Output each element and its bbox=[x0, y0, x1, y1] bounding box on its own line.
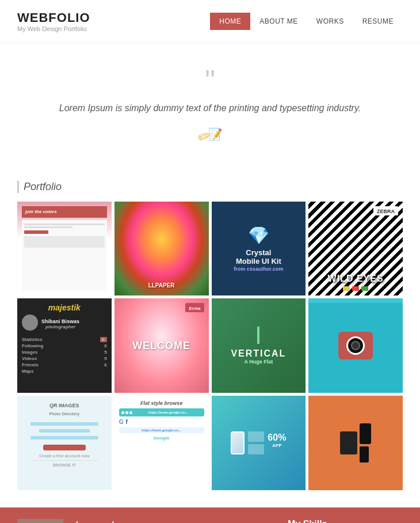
main-nav: HOME ABOUT ME WORKS RESUME bbox=[210, 13, 403, 30]
footer-info: Lorem Ipsum 📍 Kerala, India 🐦 🏀 bbox=[75, 519, 276, 523]
footer-name: Lorem Ipsum bbox=[75, 519, 276, 523]
profile-name: majestik bbox=[22, 303, 107, 312]
footer-avatar bbox=[17, 519, 63, 523]
logo-title: WEBFOLIO bbox=[17, 10, 90, 25]
device-phone-icon bbox=[360, 423, 371, 444]
crystal-icon: 💎 bbox=[248, 225, 269, 245]
nav-home[interactable]: HOME bbox=[210, 13, 250, 30]
portfolio-item-6[interactable]: Erma WELCOME bbox=[114, 298, 209, 393]
hero-section: " Lorem Ipsum is simply dummy text of th… bbox=[0, 43, 420, 169]
portfolio-item-9[interactable]: QR IMAGES Photo Directory Create a free … bbox=[17, 396, 112, 490]
svg-rect-0 bbox=[17, 519, 63, 523]
portfolio-item-12[interactable] bbox=[308, 396, 403, 490]
portfolio-item-8[interactable] bbox=[308, 298, 403, 393]
wild-eyes-label: WILD EYES bbox=[328, 274, 384, 283]
pencil-divider: ✏ 📝 bbox=[58, 127, 362, 146]
portfolio-section: Portfolio join the colors bbox=[0, 169, 420, 507]
nav-works[interactable]: WORKS bbox=[307, 13, 353, 30]
logo-subtitle: My Web Design Portfolio bbox=[17, 25, 90, 32]
portfolio-item-2[interactable]: LLPAPER bbox=[114, 202, 209, 296]
flat-browser-label: Flat style browse bbox=[119, 400, 204, 406]
portfolio-item-1[interactable]: join the colors bbox=[17, 202, 112, 296]
welcome-label: WELCOME bbox=[132, 340, 190, 352]
footer-section: Lorem Ipsum 📍 Kerala, India 🐦 🏀 My Skill… bbox=[0, 507, 420, 523]
portfolio-item-10[interactable]: Flat style browse https://www.google.co.… bbox=[114, 396, 209, 490]
device-phone-small-icon bbox=[360, 446, 369, 463]
app-percent: 60% bbox=[268, 433, 286, 443]
footer-skills: My Skills Ps Ai Bs Cs bbox=[288, 519, 403, 523]
footer-top: Lorem Ipsum 📍 Kerala, India 🐦 🏀 My Skill… bbox=[17, 519, 403, 523]
portfolio-item-11[interactable]: 60% APP bbox=[212, 396, 306, 490]
logo-area: WEBFOLIO My Web Design Portfolio bbox=[17, 10, 90, 32]
portfolio-grid: join the colors LLPAPER bbox=[17, 202, 403, 490]
portfolio-title: Portfolio bbox=[17, 181, 403, 193]
vertical-label: VERTICAL bbox=[231, 348, 286, 359]
vertical-bar-icon bbox=[257, 327, 259, 344]
crystal-source: from cssauthor.com bbox=[234, 266, 283, 272]
portfolio-item-5[interactable]: majestik Shibani Biswas photographer Sta… bbox=[17, 298, 112, 393]
camera-icon bbox=[338, 332, 373, 359]
device-tablet-icon bbox=[340, 431, 357, 454]
hero-quote: Lorem Ipsum is simply dummy text of the … bbox=[58, 101, 362, 116]
portfolio-label-3: CrystalMobile UI Kit bbox=[236, 248, 281, 266]
portfolio-item-3[interactable]: 💎 CrystalMobile UI Kit from cssauthor.co… bbox=[212, 202, 306, 296]
vertical-sub: A Huge Flat bbox=[245, 359, 273, 365]
skills-title: My Skills bbox=[288, 519, 403, 523]
portfolio-label-2: LLPAPER bbox=[114, 281, 209, 290]
quote-icon: " bbox=[58, 66, 362, 95]
profile-avatar bbox=[22, 314, 38, 331]
portfolio-item-7[interactable]: VERTICAL A Huge Flat bbox=[212, 298, 306, 393]
nav-about[interactable]: ABOUT ME bbox=[250, 13, 307, 30]
nav-resume[interactable]: RESUME bbox=[353, 13, 403, 30]
portfolio-item-4[interactable]: ZEBRA WILD EYES bbox=[308, 202, 403, 296]
header: WEBFOLIO My Web Design Portfolio HOME AB… bbox=[0, 0, 420, 43]
